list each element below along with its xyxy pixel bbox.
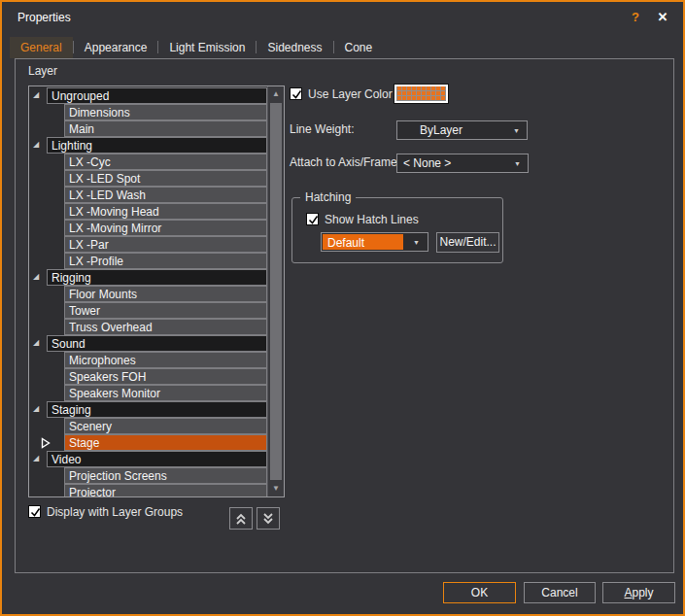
- layer-row-label: Tower: [64, 302, 267, 319]
- layer-row-label: Speakers FOH: [64, 368, 267, 385]
- layer-item-row[interactable]: Main: [29, 120, 267, 137]
- layer-row-label: Speakers Monitor: [64, 385, 267, 401]
- layer-group-row[interactable]: ◢Rigging: [29, 269, 267, 286]
- layer-row-label: Floor Mounts: [64, 286, 267, 302]
- layer-item-row[interactable]: Scenery: [29, 418, 267, 434]
- checkmark-icon: [291, 88, 303, 101]
- layer-group-row[interactable]: ◢Staging: [29, 401, 267, 418]
- chevron-down-icon: ▼: [413, 239, 420, 246]
- expander-icon[interactable]: ◢: [33, 338, 39, 348]
- attach-to-axis-frame-label: Attach to Axis/Frame:: [290, 155, 400, 169]
- tab-sidedness[interactable]: Sidedness: [257, 37, 332, 58]
- layer-group-row[interactable]: ◢Ungrouped: [29, 87, 267, 104]
- tab-cone[interactable]: Cone: [334, 37, 384, 58]
- layer-item-row[interactable]: LX -Par: [29, 236, 267, 253]
- close-icon[interactable]: ✕: [654, 9, 671, 26]
- expander-icon[interactable]: ◢: [33, 272, 39, 282]
- layer-row-label: Projection Screens: [64, 467, 267, 484]
- display-with-layer-groups-checkbox[interactable]: [28, 505, 41, 518]
- layer-row-label: Projector: [64, 484, 267, 497]
- show-hatch-lines-checkbox[interactable]: [306, 213, 319, 225]
- line-weight-value: ByLayer: [420, 123, 462, 137]
- move-layer-up-button[interactable]: [229, 507, 253, 530]
- scroll-down-icon[interactable]: ▼: [268, 481, 284, 496]
- layer-item-row[interactable]: Microphones: [29, 352, 267, 368]
- new-edit-button[interactable]: New/Edit...: [436, 232, 499, 253]
- double-chevron-down-icon: [261, 512, 275, 526]
- layer-item-row[interactable]: Floor Mounts: [29, 286, 267, 302]
- layer-tree: ◢UngroupedDimensionsMain◢LightingLX -Cyc…: [28, 86, 285, 497]
- layer-row-label: Main: [64, 120, 267, 137]
- help-icon[interactable]: ?: [627, 9, 644, 26]
- ok-button[interactable]: OK: [443, 582, 516, 603]
- apply-button-label: Apply: [603, 583, 674, 602]
- layer-row-label: Scenery: [64, 418, 267, 434]
- expander-icon[interactable]: ◢: [33, 140, 39, 150]
- tab-light-emission[interactable]: Light Emission: [158, 37, 256, 58]
- layer-row-label: Rigging: [47, 269, 267, 286]
- cancel-button[interactable]: Cancel: [524, 582, 596, 603]
- window-title: Properties: [17, 11, 71, 24]
- layer-row-label: LX -LED Wash: [64, 187, 267, 203]
- scroll-up-icon[interactable]: ▲: [268, 86, 284, 102]
- layer-row-label: Truss Overhead: [64, 319, 267, 335]
- layer-row-label: LX -Moving Head: [64, 203, 267, 220]
- layer-section-label: Layer: [28, 64, 57, 78]
- tree-scrollbar[interactable]: ▲ ▼: [267, 86, 284, 496]
- layer-item-row[interactable]: Dimensions: [29, 104, 267, 120]
- expander-icon[interactable]: ◢: [33, 404, 39, 414]
- layer-item-row[interactable]: LX -LED Wash: [29, 187, 267, 203]
- hatching-groupbox: [291, 197, 503, 263]
- layer-item-row[interactable]: Speakers Monitor: [29, 385, 267, 401]
- display-with-layer-groups-label: Display with Layer Groups: [47, 505, 183, 519]
- chevron-down-icon: ▼: [514, 160, 521, 167]
- expander-icon[interactable]: ◢: [33, 90, 39, 100]
- use-layer-color-checkbox[interactable]: [290, 87, 302, 100]
- layer-item-row[interactable]: Speakers FOH: [29, 368, 267, 385]
- layer-item-row[interactable]: Projection Screens: [29, 467, 267, 484]
- move-layer-down-button[interactable]: [257, 507, 280, 530]
- layer-tree-rows: ◢UngroupedDimensionsMain◢LightingLX -Cyc…: [29, 87, 267, 496]
- title-bar: Properties ? ✕: [2, 2, 683, 33]
- chevron-down-icon: ▼: [513, 127, 520, 134]
- layer-item-row[interactable]: Stage: [29, 434, 267, 451]
- tab-general[interactable]: General: [10, 37, 73, 58]
- layer-group-row[interactable]: ◢Sound: [29, 335, 267, 352]
- tab-strip: GeneralAppearanceLight EmissionSidedness…: [10, 35, 383, 58]
- layer-row-label: Lighting: [47, 137, 267, 154]
- layer-item-row[interactable]: LX -Moving Mirror: [29, 220, 267, 236]
- layer-item-row[interactable]: Projector: [29, 484, 267, 497]
- layer-group-row[interactable]: ◢Lighting: [29, 137, 267, 154]
- tab-appearance[interactable]: Appearance: [74, 37, 158, 58]
- layer-row-label: Sound: [47, 335, 267, 352]
- layer-item-row[interactable]: LX -Moving Head: [29, 203, 267, 220]
- checkmark-icon: [29, 506, 42, 519]
- layer-row-label: Microphones: [64, 352, 267, 368]
- double-chevron-up-icon: [234, 512, 248, 526]
- layer-row-label: LX -LED Spot: [64, 170, 267, 187]
- layer-item-row[interactable]: Truss Overhead: [29, 319, 267, 335]
- layer-row-label: Ungrouped: [47, 87, 267, 104]
- layer-group-row[interactable]: ◢Video: [29, 451, 267, 467]
- line-weight-dropdown[interactable]: ByLayer ▼: [396, 120, 528, 140]
- apply-button[interactable]: Apply: [602, 582, 675, 603]
- layer-row-label: LX -Moving Mirror: [64, 220, 267, 236]
- scrollbar-thumb[interactable]: [270, 103, 282, 480]
- layer-row-label: LX -Profile: [64, 253, 267, 269]
- ok-button-label: OK: [444, 583, 515, 602]
- attach-to-axis-frame-dropdown[interactable]: < None > ▼: [396, 154, 529, 173]
- show-hatch-lines-label: Show Hatch Lines: [325, 213, 419, 226]
- checkmark-icon: [307, 214, 320, 226]
- layer-row-label: Staging: [47, 401, 267, 418]
- cancel-button-label: Cancel: [525, 583, 595, 602]
- layer-item-row[interactable]: Tower: [29, 302, 267, 319]
- expander-icon[interactable]: ◢: [33, 454, 39, 463]
- hatching-label: Hatching: [300, 190, 356, 204]
- layer-item-row[interactable]: LX -LED Spot: [29, 170, 267, 187]
- layer-item-row[interactable]: LX -Cyc: [29, 154, 267, 170]
- hatch-pattern-dropdown[interactable]: Default ▼: [321, 232, 428, 252]
- layer-row-label: Dimensions: [64, 104, 267, 120]
- layer-color-swatch[interactable]: [394, 84, 449, 104]
- layer-item-row[interactable]: LX -Profile: [29, 253, 267, 269]
- properties-dialog: Properties ? ✕ GeneralAppearanceLight Em…: [0, 0, 685, 616]
